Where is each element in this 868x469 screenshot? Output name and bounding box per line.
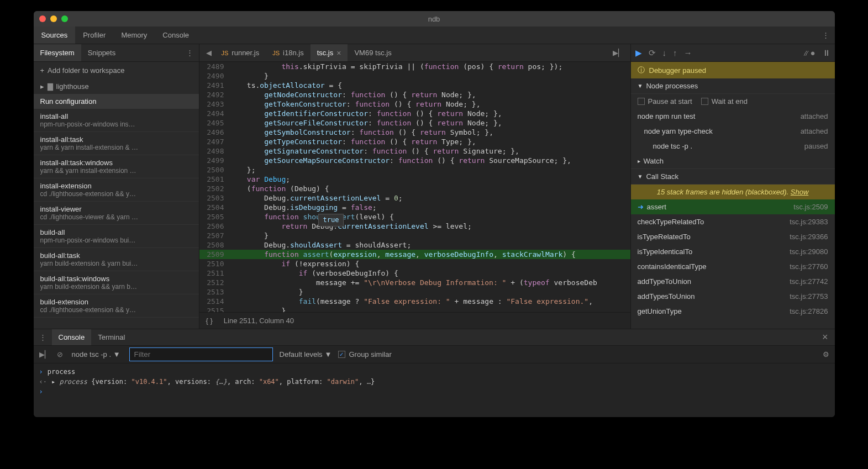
pause-at-start-checkbox[interactable]: Pause at start: [638, 97, 692, 106]
stack-frame[interactable]: containsIdenticalTypetsc.js:27760: [631, 259, 835, 274]
code-line[interactable]: 2505 function shouldAssert(level) {: [199, 212, 630, 222]
debugger-panel: ▶ ⟳ ↓ ↑ → ⫽● ⏸ ⓘ Debugger paused ▼ Node …: [630, 44, 835, 329]
main-menu-icon[interactable]: ⋮: [817, 31, 835, 39]
script-item[interactable]: install-all:taskyarn & yarn install-exte…: [34, 132, 199, 155]
maximize-window-button[interactable]: [61, 15, 68, 22]
minimize-window-button[interactable]: [50, 15, 57, 22]
resume-button[interactable]: ▶: [635, 48, 642, 58]
console-settings-button[interactable]: ⚙: [823, 350, 829, 359]
code-line[interactable]: 2507 }: [199, 231, 630, 240]
stack-frame[interactable]: isTypeRelatedTotsc.js:29366: [631, 229, 835, 244]
pause-exceptions-button[interactable]: ⏸: [822, 48, 830, 57]
main-tab-profiler[interactable]: Profiler: [75, 27, 113, 44]
code-line[interactable]: 2504 Debug.isDebugging = false;: [199, 203, 630, 212]
code-line[interactable]: 2494 getIdentifierConstructor: function …: [199, 109, 630, 118]
tab-snippets[interactable]: Snippets: [81, 44, 123, 61]
show-navigator-button[interactable]: ▶▏: [609, 49, 627, 57]
console-output[interactable]: ›process‹·▸ process {version: "v10.4.1",…: [34, 363, 835, 417]
stack-frame[interactable]: addTypeToUniontsc.js:27742: [631, 274, 835, 289]
code-line[interactable]: 2515 }: [199, 306, 630, 312]
main-tab-console[interactable]: Console: [155, 27, 197, 44]
code-line[interactable]: 2490 }: [199, 71, 630, 81]
code-line[interactable]: 2492 getNodeConstructor: function () { r…: [199, 90, 630, 99]
script-item[interactable]: install-all:task:windowsyarn && yarn ins…: [34, 155, 199, 178]
file-tab[interactable]: VM69 tsc.js: [348, 44, 398, 61]
show-blackboxed-link[interactable]: Show: [791, 188, 809, 196]
code-line[interactable]: 2513 }: [199, 287, 630, 297]
log-levels-selector[interactable]: Default levels ▼: [280, 350, 332, 359]
code-line[interactable]: 2499 getSourceMapSourceConstructor: func…: [199, 156, 630, 165]
code-line[interactable]: 2500 };: [199, 165, 630, 175]
blackbox-notice: 15 stack frames are hidden (blackboxed).…: [631, 185, 835, 199]
script-item[interactable]: install-extensioncd ./lighthouse-extensi…: [34, 178, 199, 202]
process-item[interactable]: node yarn type-checkattached: [631, 124, 835, 139]
deactivate-breakpoints-button[interactable]: ⫽●: [802, 48, 815, 57]
main-tab-sources[interactable]: Sources: [34, 27, 76, 44]
script-item[interactable]: install-viewercd ./lighthouse-viewer && …: [34, 202, 199, 225]
code-line[interactable]: 2495 getSourceFileConstructor: function …: [199, 118, 630, 128]
code-line[interactable]: 2508 Debug.shouldAssert = shouldAssert;: [199, 240, 630, 250]
code-line[interactable]: 2501 var Debug;: [199, 175, 630, 184]
script-item[interactable]: install-allnpm-run-posix-or-windows ins…: [34, 109, 199, 132]
console-filter-input[interactable]: [129, 347, 273, 361]
tab-filesystem[interactable]: Filesystem: [34, 44, 81, 61]
call-stack-header[interactable]: ▼ Call Stack: [631, 169, 835, 185]
step-over-button[interactable]: ⟳: [649, 48, 656, 58]
stack-frame[interactable]: checkTypeRelatedTotsc.js:29383: [631, 214, 835, 229]
context-selector[interactable]: node tsc -p . ▼: [70, 348, 123, 361]
file-tabs: ◀ JSrunner.jsJSi18n.jstsc.js×VM69 tsc.js…: [199, 44, 630, 62]
code-line[interactable]: 2503 Debug.currentAssertionLevel = 0;: [199, 193, 630, 203]
stack-frame[interactable]: ➜asserttsc.js:2509: [631, 199, 835, 214]
drawer-tab-console[interactable]: Console: [52, 329, 92, 345]
filesystem-menu-icon[interactable]: ⋮: [181, 49, 199, 57]
stack-frame[interactable]: addTypesToUniontsc.js:27753: [631, 289, 835, 304]
step-button[interactable]: →: [684, 48, 692, 57]
code-line[interactable]: 2491 ts.objectAllocator = {: [199, 81, 630, 90]
main-tab-memory[interactable]: Memory: [113, 27, 155, 44]
code-line[interactable]: 2510 if (!expression) {: [199, 259, 630, 268]
code-line[interactable]: 2509 function assert(expression, message…: [199, 250, 630, 259]
file-tab[interactable]: tsc.js×: [311, 44, 348, 61]
close-tab-icon[interactable]: ×: [336, 49, 341, 57]
code-line[interactable]: 2502 (function (Debug) {: [199, 184, 630, 193]
stack-frame[interactable]: getUnionTypetsc.js:27826: [631, 304, 835, 319]
code-line[interactable]: 2498 getSignatureConstructor: function (…: [199, 146, 630, 156]
plus-icon: +: [40, 66, 45, 75]
code-editor[interactable]: true 2489 this.skipTrivia = skipTrivia |…: [199, 62, 630, 312]
clear-console-button[interactable]: ⊘: [57, 350, 63, 359]
script-item[interactable]: build-all:task:windowsyarn build-extensi…: [34, 271, 199, 294]
code-line[interactable]: 2493 getTokenConstructor: function () { …: [199, 99, 630, 109]
step-out-button[interactable]: ↑: [673, 48, 677, 57]
close-drawer-button[interactable]: ×: [816, 331, 835, 343]
code-line[interactable]: 2506 return Debug.currentAssertionLevel …: [199, 222, 630, 231]
close-window-button[interactable]: [39, 15, 46, 22]
process-item[interactable]: node npm run testattached: [631, 109, 835, 124]
code-line[interactable]: 2514 fail(message ? "False expression: "…: [199, 297, 630, 306]
stack-frame[interactable]: isTypeIdenticalTotsc.js:29080: [631, 244, 835, 259]
file-tab[interactable]: JSrunner.js: [215, 44, 266, 61]
script-item[interactable]: build-all:taskyarn build-extension & yar…: [34, 248, 199, 271]
execution-context-icon[interactable]: ▶▏: [39, 350, 50, 359]
code-line[interactable]: 2496 getSymbolConstructor: function () {…: [199, 128, 630, 137]
script-item[interactable]: build-extensioncd ./lighthouse-extension…: [34, 294, 199, 318]
drawer-menu-icon[interactable]: ⋮: [34, 333, 52, 341]
chevron-down-icon: ▼: [113, 350, 120, 359]
add-folder-button[interactable]: + Add folder to workspace: [34, 62, 199, 79]
process-item[interactable]: node tsc -p .paused: [631, 139, 835, 154]
nav-back-button[interactable]: ◀: [203, 49, 215, 57]
watch-header[interactable]: ▸ Watch: [631, 154, 835, 169]
code-line[interactable]: 2511 if (verboseDebugInfo) {: [199, 268, 630, 278]
drawer-tab-terminal[interactable]: Terminal: [91, 329, 131, 345]
file-tab[interactable]: JSi18n.js: [266, 44, 310, 61]
node-processes-header[interactable]: ▼ Node processes: [631, 78, 835, 94]
wait-at-end-checkbox[interactable]: Wait at end: [701, 97, 748, 106]
format-icon[interactable]: { }: [206, 317, 213, 325]
tree-item-lighthouse[interactable]: ▸ ▇ lighthouse: [34, 79, 199, 94]
script-item[interactable]: build-allnpm-run-posix-or-windows bui…: [34, 225, 199, 248]
group-similar-checkbox[interactable]: Group similar: [338, 350, 391, 359]
code-line[interactable]: 2489 this.skipTrivia = skipTrivia || (fu…: [199, 62, 630, 71]
step-into-button[interactable]: ↓: [662, 48, 667, 57]
code-line[interactable]: 2512 message += "\r\nVerbose Debug Infor…: [199, 278, 630, 287]
chevron-down-icon: ▼: [638, 173, 643, 180]
code-line[interactable]: 2497 getTypeConstructor: function () { r…: [199, 137, 630, 146]
